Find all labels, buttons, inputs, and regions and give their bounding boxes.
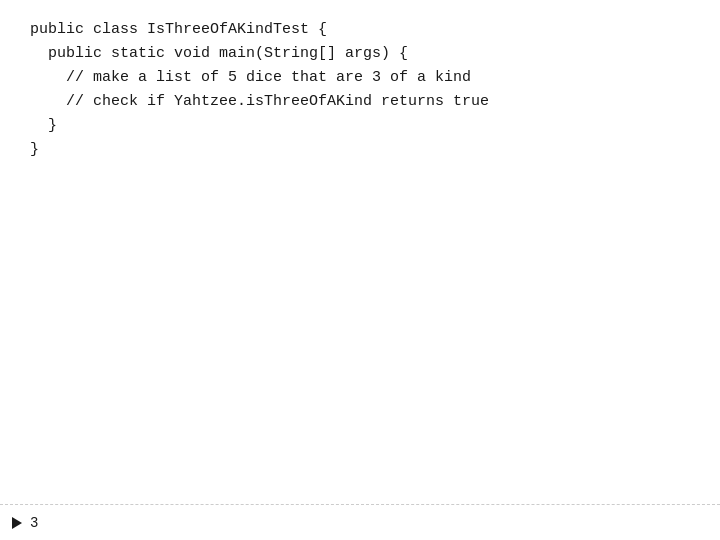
code-line-6: } <box>30 138 690 162</box>
play-button[interactable] <box>12 517 22 529</box>
code-line-3: // make a list of 5 dice that are 3 of a… <box>30 66 690 90</box>
slide-number: 3 <box>30 515 38 531</box>
code-line-1: public class IsThreeOfAKindTest { <box>30 18 690 42</box>
code-line-2: public static void main(String[] args) { <box>30 42 690 66</box>
code-line-5: } <box>30 114 690 138</box>
code-editor: public class IsThreeOfAKindTest { public… <box>0 0 720 182</box>
bottom-bar: 3 <box>0 504 720 540</box>
code-line-4: // check if Yahtzee.isThreeOfAKind retur… <box>30 90 690 114</box>
